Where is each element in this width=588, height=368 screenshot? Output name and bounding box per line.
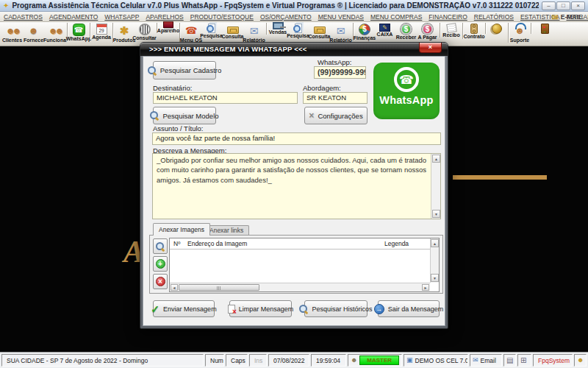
table-horizontal-scrollbar[interactable]: ◄ ► (170, 283, 430, 291)
settings-button[interactable]: × Configurações (304, 107, 368, 124)
add-icon: + (156, 259, 165, 269)
exit-arrow-icon: → (374, 304, 384, 314)
message-textarea[interactable]: _Obrigado por confiar seu melhor amigo a… (152, 153, 441, 219)
status-email: ✉ Email (470, 354, 502, 367)
scroll-down-icon[interactable]: ▼ (431, 274, 439, 282)
status-brand: FpqSystem (533, 354, 573, 367)
toolbar-pesquisa-os-button[interactable]: Pesquisa (201, 23, 222, 38)
menu-produto-estoque[interactable]: PRODUTO/ESTOQUE (190, 13, 254, 21)
toolbar-caixa-button[interactable]: ✎ CAIXA (374, 23, 395, 37)
toolbar-coin-button[interactable] (485, 23, 506, 34)
window-titlebar: ✦ Programa Assistência Técnica Celular v… (0, 0, 588, 12)
watermark-bar (453, 175, 547, 180)
toolbar-vendas-button[interactable]: Vendas (266, 23, 287, 35)
finance-pie-icon: $ (359, 24, 370, 35)
toolbar-a-pagar-button[interactable]: $ A Pagar (417, 23, 438, 40)
scroll-up-icon[interactable]: ▲ (432, 155, 440, 163)
app-icon: ✦ (3, 2, 9, 10)
toolbar-relatorio-vendas-button[interactable]: ✉ Relatório (330, 23, 351, 43)
scroll-down-icon[interactable]: ▼ (432, 210, 440, 218)
clear-message-button[interactable]: Limpar Mensagem (229, 300, 292, 317)
image-search-button[interactable] (153, 238, 168, 254)
whatsapp-number-field[interactable]: (99)99999-9999 (314, 66, 366, 79)
toolbar-recibo-button[interactable]: Recibo (440, 23, 461, 38)
status-time: 19:59:04 (311, 354, 346, 367)
laptop-devices-icon (163, 21, 173, 28)
toolbar-clientes-button[interactable]: ☻☻ Clientes (1, 23, 23, 43)
application-window: ✦ Programa Assistência Técnica Celular v… (0, 0, 588, 368)
toolbar-receber-button[interactable]: $ Receber (395, 23, 417, 40)
tab-anexar-links[interactable]: Anexar links (204, 225, 249, 236)
dialog-close-button[interactable]: × (419, 43, 442, 53)
scroll-up-icon[interactable]: ▲ (431, 239, 439, 247)
toolbar-relatorio-os-button[interactable]: ✉ Relatório (243, 23, 265, 43)
toolbar-produtos-button[interactable]: ✱ Produtos (112, 23, 134, 43)
status-caps-lock: Caps (226, 354, 248, 367)
menu-menu-vendas[interactable]: MENU VENDAS (318, 13, 364, 21)
settings-label: Configurações (318, 112, 362, 120)
menu-whatsapp[interactable]: WHATSAPP (104, 13, 139, 21)
attach-images-panel: + × Nº Endereço da Imagem Legenda ▲ ▼ ◄ (149, 235, 443, 294)
minimize-button[interactable]: – (542, 1, 556, 10)
send-whatsapp-dialog: >>> ENVIAR MENSAGEM VIA WHATSAPP <<< × P… (140, 42, 448, 329)
scroll-right-icon[interactable]: ► (422, 284, 429, 291)
exit-message-button[interactable]: → Sair da Mensagem (378, 300, 440, 317)
image-delete-button[interactable]: × (153, 274, 168, 289)
menu-relatorios[interactable]: RELATÓRIOS (474, 13, 514, 21)
column-address: Endereço da Imagem (187, 240, 247, 247)
menu-agendamento[interactable]: AGENDAMENTO (49, 13, 98, 21)
image-add-button[interactable]: + (153, 256, 168, 272)
printer-icon: ▤ (506, 357, 513, 364)
close-button[interactable]: × (571, 1, 585, 10)
whatsapp-logo-text: WhatsApp (379, 94, 433, 106)
toolbar-contrato-button[interactable]: Contrato (462, 23, 484, 39)
search-model-button[interactable]: Pesquisar Modelo (153, 107, 216, 124)
menu-financeiro[interactable]: FINANCEIRO (429, 13, 467, 21)
coin-icon (492, 24, 502, 34)
toolbar-whatsapp-button[interactable]: ☎ WhatsApp (67, 23, 88, 41)
phone-service-icon: ☎ (182, 24, 200, 38)
toolbar-consulta-os-button[interactable]: Consulta (222, 23, 243, 39)
table-vertical-scrollbar[interactable]: ▲ ▼ (430, 238, 439, 283)
approach-field[interactable]: SR KEATON (303, 92, 368, 104)
recipient-field[interactable]: MICHAEL KEATON (153, 92, 298, 104)
send-message-button[interactable]: ✓ Enviar Mensagem (153, 300, 215, 317)
network-icon: ⊞ (520, 357, 526, 364)
menu-email[interactable]: ✉ E-MAIL (552, 13, 582, 21)
search-docs-icon (295, 24, 302, 33)
tab-anexar-imagens[interactable]: Anexar Imagens (153, 223, 210, 236)
exit-message-label: Sair da Mensagem (388, 305, 444, 313)
toolbar-funciona-button[interactable]: ☻☻ Funciona (44, 23, 65, 43)
menu-aparelhos[interactable]: APARELHOS (146, 13, 183, 21)
images-table[interactable]: Nº Endereço da Imagem Legenda ▲ ▼ ◄ ► (169, 238, 440, 292)
tools-icon: × (309, 111, 314, 120)
toolbar-suporte-button[interactable]: ☻ Suporte (508, 23, 529, 43)
toolbar-consulta-vendas-button[interactable]: Consulta (309, 23, 330, 39)
toolbar-menu-os-button[interactable]: ☎ Menu OS (179, 23, 201, 43)
supplier-person-icon: ☻ (25, 24, 43, 38)
toolbar-consultar-button[interactable]: Consultar (134, 23, 155, 40)
menu-os-orcamento[interactable]: OS/ORÇAMENTO (260, 13, 312, 21)
toolbar-fornece-button[interactable]: ☻ Fornece (23, 23, 44, 43)
scrollbar-thumb[interactable] (179, 284, 259, 291)
toolbar-financas-button[interactable]: $ Finanças (353, 23, 374, 40)
subject-field[interactable]: Agora você faz parte de nossa família! (152, 132, 441, 145)
search-history-button[interactable]: Pesquisar Históricos (304, 300, 368, 317)
monitor-icon (273, 22, 284, 29)
status-demo-version: ▣ DEMO OS CEL 7.0 (404, 354, 468, 367)
message-scrollbar[interactable]: ▲ ▼ (431, 154, 440, 219)
toolbar-agenda-button[interactable]: 29 Agenda (90, 23, 111, 40)
search-registry-button[interactable]: Pesquisar Cadastro (153, 61, 216, 79)
license-icon: ☻ (577, 357, 584, 364)
status-num-lock: Num (205, 354, 224, 367)
scroll-left-icon[interactable]: ◄ (171, 284, 178, 291)
maximize-button[interactable]: □ (556, 1, 570, 10)
search-icon (148, 66, 157, 75)
status-insert: Ins (249, 354, 267, 367)
folder-icon (227, 26, 239, 34)
menu-cadastros[interactable]: CADASTROS (4, 13, 43, 21)
toolbar-pesquisa-vendas-button[interactable]: Pesquisa (287, 23, 309, 38)
toolbar-exit-button[interactable] (531, 23, 552, 34)
toolbar-aparelho-button[interactable]: Aparelho (157, 23, 178, 33)
menu-menu-compras[interactable]: MENU COMPRAS (370, 13, 422, 21)
